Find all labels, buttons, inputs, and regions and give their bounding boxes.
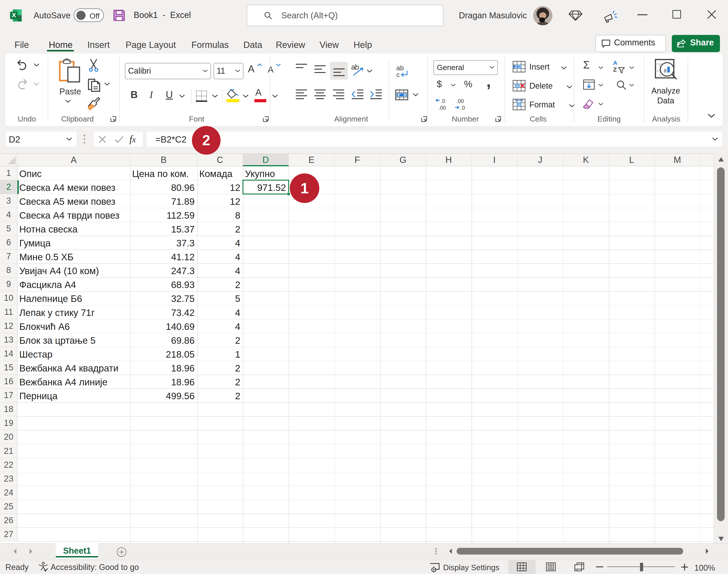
svg-text:ab: ab [396, 64, 404, 72]
svg-text:c: c [396, 71, 400, 78]
svg-text:.00: .00 [438, 105, 446, 111]
svg-text:A: A [613, 59, 617, 66]
svg-text:X: X [12, 12, 16, 18]
svg-text:.0: .0 [441, 98, 445, 104]
svg-text:.0: .0 [460, 105, 465, 111]
svg-text:Z: Z [613, 66, 617, 73]
svg-text:.00: .00 [456, 98, 464, 104]
